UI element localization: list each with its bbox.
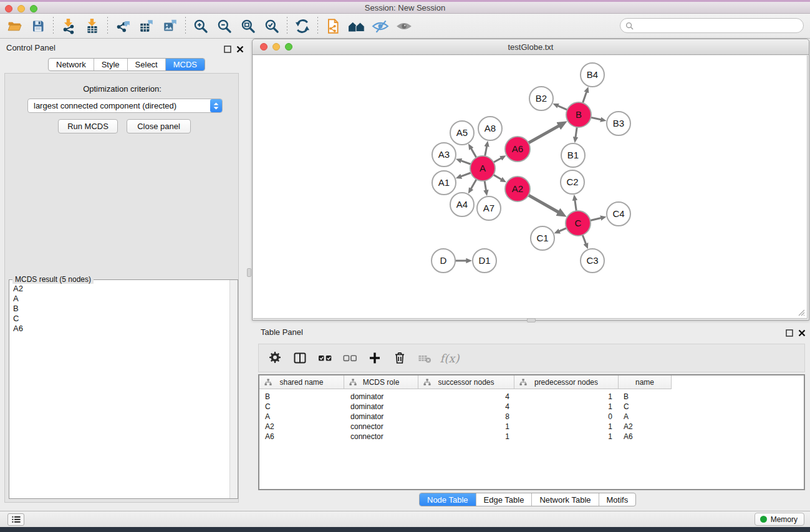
zoom-fit-button[interactable] [236,16,260,36]
cell-mcds_role[interactable]: dominator [344,392,418,402]
graph-node-C[interactable]: C [566,211,591,236]
tab-motifs[interactable]: Motifs [599,493,636,506]
cell-predecessor_nodes[interactable]: 1 [514,402,619,412]
tab-edge-table[interactable]: Edge Table [476,493,533,506]
run-mcds-button[interactable]: Run MCDS [58,119,118,133]
column-header-predecessor-nodes[interactable]: predecessor nodes [514,375,619,389]
split-view-button[interactable] [289,347,311,369]
graph-node-B[interactable]: B [566,102,591,127]
tab-select[interactable]: Select [128,59,166,70]
cell-name[interactable]: B [619,392,672,402]
cell-mcds_role[interactable]: connector [344,422,418,432]
delete-columns-button[interactable] [388,347,411,369]
mcds-result-item[interactable]: B [13,304,229,314]
cell-name[interactable]: C [619,402,672,412]
zoom-out-button[interactable] [213,16,236,36]
float-panel-icon[interactable] [223,45,231,53]
tab-style[interactable]: Style [94,59,128,70]
graph-node-A[interactable]: A [470,156,495,181]
cell-shared_name[interactable]: B [259,392,344,402]
table-row[interactable]: Cdominator41C [259,402,804,412]
table-row[interactable]: A2connector11A2 [259,422,804,432]
criterion-select[interactable]: largest connected component (directed) [27,99,223,113]
show-graphics-details-button[interactable] [392,16,416,36]
cell-predecessor_nodes[interactable]: 1 [514,392,619,402]
mcds-result-item[interactable]: A6 [13,324,229,334]
graph-node-B4[interactable]: B4 [581,63,604,87]
graph-node-A5[interactable]: A5 [450,121,474,145]
vertical-splitter-handle[interactable] [247,268,251,277]
cell-name[interactable]: A [619,412,672,422]
cell-predecessor_nodes[interactable]: 1 [514,422,619,432]
table-row[interactable]: Bdominator41B [259,392,804,402]
graph-edge-A6-B[interactable] [528,126,559,144]
tab-mcds[interactable]: MCDS [166,59,205,70]
cell-successor_nodes[interactable]: 1 [418,422,514,432]
mcds-result-item[interactable]: A [13,294,229,304]
add-column-button[interactable] [364,347,386,369]
column-header-shared-name[interactable]: shared name [259,375,344,389]
cell-shared_name[interactable]: A6 [259,432,344,442]
import-table-button[interactable] [80,16,104,36]
select-all-rows-button[interactable] [314,347,336,369]
cell-shared_name[interactable]: A2 [259,422,344,432]
column-header-MCDS-role[interactable]: MCDS role [344,375,418,389]
task-history-button[interactable] [7,513,24,526]
cell-predecessor_nodes[interactable]: 0 [514,412,619,422]
cell-successor_nodes[interactable]: 4 [418,402,514,412]
export-network-button[interactable] [111,16,135,36]
graph-node-D[interactable]: D [432,249,455,273]
open-session-button[interactable] [2,16,26,36]
graph-node-A7[interactable]: A7 [477,196,501,220]
table-row[interactable]: Adominator80A [259,412,804,422]
refresh-button[interactable] [291,16,314,36]
cell-mcds_role[interactable]: dominator [344,412,418,422]
export-image-button[interactable] [158,16,182,36]
cell-mcds_role[interactable]: connector [344,432,418,442]
mcds-result-item[interactable]: A2 [13,284,229,294]
cell-shared_name[interactable]: C [259,402,344,412]
tab-network-table[interactable]: Network Table [532,493,599,506]
graph-node-C1[interactable]: C1 [531,226,554,250]
deselect-all-rows-button[interactable] [339,347,361,369]
graph-node-A8[interactable]: A8 [478,117,502,140]
result-scrollbar[interactable] [229,280,238,498]
graph-node-C4[interactable]: C4 [607,202,630,226]
graph-node-A3[interactable]: A3 [432,143,456,167]
float-panel-icon[interactable] [785,329,793,337]
tab-node-table[interactable]: Node Table [420,493,476,506]
memory-button[interactable]: Memory [755,513,804,526]
graph-edge-B-B4[interactable] [582,92,587,104]
cell-mcds_role[interactable]: dominator [344,402,418,412]
table-row[interactable]: A6connector11A6 [259,432,804,442]
cell-predecessor_nodes[interactable]: 1 [514,432,619,442]
mcds-result-item[interactable]: C [13,314,229,324]
graph-node-C3[interactable]: C3 [581,249,604,273]
graph-node-D1[interactable]: D1 [473,249,496,273]
close-panel-icon[interactable] [798,329,806,337]
graph-node-B3[interactable]: B3 [607,112,630,135]
graph-node-B2[interactable]: B2 [529,87,553,110]
graph-node-B1[interactable]: B1 [561,143,585,167]
save-session-button[interactable] [26,16,50,36]
column-header-successor-nodes[interactable]: successor nodes [418,375,514,389]
graph-node-A1[interactable]: A1 [432,171,456,195]
zoom-in-button[interactable] [189,16,213,36]
cell-successor_nodes[interactable]: 1 [418,432,514,442]
resize-grip-icon[interactable] [798,309,805,316]
cell-successor_nodes[interactable]: 4 [418,392,514,402]
horizontal-splitter-handle[interactable] [527,318,536,322]
graph-node-A4[interactable]: A4 [450,193,474,216]
cell-name[interactable]: A2 [619,422,672,432]
network-canvas[interactable]: B4B2BB3A8A5A6A3B1AA1C2A2A4A7C4CC1C3DD1 [253,56,808,319]
import-network-button[interactable] [57,16,80,36]
zoom-selected-button[interactable] [260,16,284,36]
graph-edge-A2-C[interactable] [528,195,559,212]
home-button[interactable] [345,16,369,36]
close-panel-button[interactable]: Close panel [127,119,191,133]
graph-node-A2[interactable]: A2 [505,177,530,201]
cell-name[interactable]: A6 [619,432,672,442]
column-settings-button[interactable] [264,347,286,369]
cell-shared_name[interactable]: A [259,412,344,422]
graph-node-C2[interactable]: C2 [561,170,584,194]
